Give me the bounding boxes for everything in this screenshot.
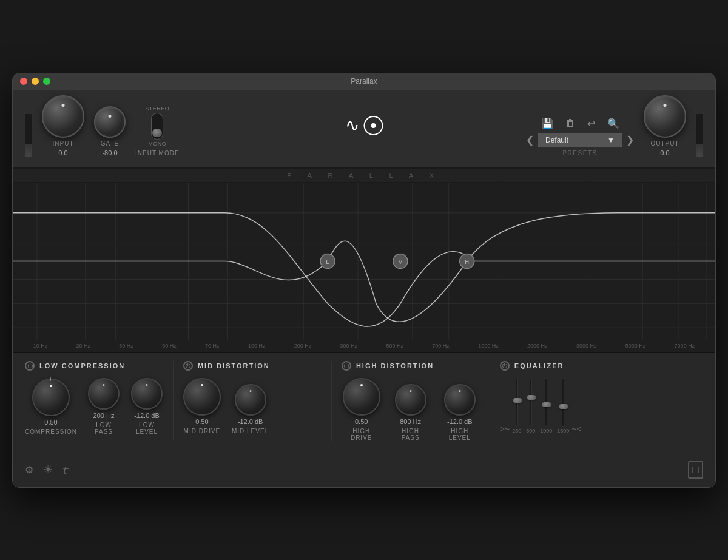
input-knob-group: INPUT 0.0 xyxy=(42,95,84,157)
logo-wave-icon: ∿ xyxy=(345,117,359,134)
freq-20hz: 20 Hz xyxy=(76,343,91,349)
bottom-bar: ⚙ ☀ 𝓽 □ xyxy=(25,456,703,479)
fader-1500-group: 1500 xyxy=(557,378,569,434)
low-compression-power-button[interactable]: ⏻ xyxy=(25,361,35,371)
gate-value: -80.0 xyxy=(102,149,117,157)
fader-250-thumb[interactable] xyxy=(513,398,522,403)
gate-knob-group: GATE -80.0 xyxy=(94,106,126,157)
low-compression-knobs: 0.50 COMPRESSION 200 Hz LOW PASS xyxy=(25,378,163,435)
mid-drive-dot xyxy=(201,384,203,386)
fader-1000-track[interactable] xyxy=(545,378,547,427)
mid-distortion-power-button[interactable]: ⏻ xyxy=(183,361,193,371)
compression-knob-dot xyxy=(50,385,52,387)
mid-distortion-title: MID DISTORTION xyxy=(198,362,270,369)
traffic-lights xyxy=(20,78,50,85)
freq-500hz: 500 Hz xyxy=(386,343,403,349)
equalizer-controls: >~ 250 500 xyxy=(500,378,693,434)
low-pass-value: 200 Hz xyxy=(93,412,115,419)
input-knob-indicator xyxy=(62,104,65,107)
fader-1500-track[interactable] xyxy=(562,378,564,427)
high-pass-value: 800 Hz xyxy=(400,418,421,425)
header-top: INPUT 0.0 GATE -80.0 STEREO MONO I xyxy=(25,95,703,157)
close-button[interactable] xyxy=(20,78,27,85)
low-compression-header: ⏻ LOW COMPRESSION xyxy=(25,361,163,371)
preset-dropdown[interactable]: Default ▼ xyxy=(538,133,622,147)
theme-icon[interactable]: ☀ xyxy=(43,463,53,476)
fader-500-track[interactable] xyxy=(530,378,532,427)
equalizer-power-button[interactable]: ⏻ xyxy=(500,361,510,371)
high-pass-knob-group: 800 Hz HIGH PASS xyxy=(393,384,429,441)
low-level-value: -12.0 dB xyxy=(134,412,160,419)
minimize-button[interactable] xyxy=(32,78,39,85)
mid-level-knob[interactable] xyxy=(235,384,266,416)
dropdown-arrow-icon: ▼ xyxy=(607,136,615,144)
highcut-arrow-icon: ~< xyxy=(571,424,581,434)
low-pass-knob[interactable] xyxy=(88,378,120,410)
compression-label: COMPRESSION xyxy=(25,428,77,435)
fader-250-track[interactable] xyxy=(516,378,518,427)
settings-icon[interactable]: ⚙ xyxy=(25,464,33,476)
fader-500-thumb[interactable] xyxy=(527,395,536,400)
eq-visualization[interactable]: L M H xyxy=(13,183,715,352)
high-level-value: -12.0 dB xyxy=(447,418,473,425)
import-preset-button[interactable]: ↩ xyxy=(586,116,596,130)
low-compression-section: ⏻ LOW COMPRESSION 0.50 COMPRESSION xyxy=(25,361,174,441)
equalizer-title: EQUALIZER xyxy=(514,362,564,369)
freq-5000hz: 5000 Hz xyxy=(625,343,646,349)
mid-drive-knob-group: 0.50 MID DRIVE xyxy=(183,378,221,434)
high-level-dot xyxy=(459,390,460,392)
fullscreen-button[interactable]: □ xyxy=(688,461,703,479)
save-preset-button[interactable]: 💾 xyxy=(540,116,554,130)
output-label: OUTPUT xyxy=(650,140,679,147)
gate-knob[interactable] xyxy=(94,106,126,138)
high-level-label: HIGH LEVEL xyxy=(440,428,480,441)
high-power-icon: ⏻ xyxy=(343,363,349,369)
mid-distortion-header: ⏻ MID DISTORTION xyxy=(183,361,322,371)
fader-500-label: 500 xyxy=(526,428,535,434)
maximize-button[interactable] xyxy=(43,78,50,85)
high-distortion-section: ⏻ HIGH DISTORTION 0.50 HIGH DRIVE xyxy=(332,361,490,441)
title-bar: Parallax xyxy=(13,73,715,90)
high-distortion-power-button[interactable]: ⏻ xyxy=(342,361,351,371)
low-level-knob[interactable] xyxy=(131,378,163,410)
compression-knob[interactable] xyxy=(32,379,70,416)
header: INPUT 0.0 GATE -80.0 STEREO MONO I xyxy=(13,90,715,168)
next-preset-button[interactable]: ❯ xyxy=(626,134,634,146)
mid-drive-knob[interactable] xyxy=(183,378,221,416)
mono-label: MONO xyxy=(148,141,166,147)
input-mode-toggle[interactable] xyxy=(151,113,163,140)
high-drive-knob-group: 0.50 HIGH DRIVE xyxy=(342,378,382,441)
output-knob[interactable] xyxy=(644,95,686,138)
freq-3000hz: 3000 Hz xyxy=(576,343,597,349)
mid-level-value: -12.0 dB xyxy=(238,418,263,425)
fader-1000-thumb[interactable] xyxy=(542,402,551,407)
power-icon: ⏻ xyxy=(27,363,33,369)
freq-700hz: 700 Hz xyxy=(432,343,450,349)
high-drive-dot xyxy=(360,384,363,386)
high-drive-value: 0.50 xyxy=(355,418,368,425)
equalizer-section: ⏻ EQUALIZER >~ 250 xyxy=(490,361,703,441)
freq-100hz: 100 Hz xyxy=(248,343,266,349)
presets-section: 💾 🗑 ↩ 🔍 ❮ Default ▼ ❯ PRESETS xyxy=(526,116,634,157)
sections-row: ⏻ LOW COMPRESSION 0.50 COMPRESSION xyxy=(25,361,703,450)
equalizer-header: ⏻ EQUALIZER xyxy=(500,361,693,371)
freq-200hz: 200 Hz xyxy=(294,343,312,349)
freq-2000hz: 2000 Hz xyxy=(527,343,548,349)
high-level-knob[interactable] xyxy=(444,384,476,416)
high-pass-knob[interactable] xyxy=(395,384,426,416)
fader-1500-thumb[interactable] xyxy=(559,404,568,409)
output-knob-group: OUTPUT 0.0 xyxy=(644,95,686,157)
prev-preset-button[interactable]: ❮ xyxy=(526,134,534,146)
fader-1000-label: 1000 xyxy=(540,428,552,434)
mid-power-icon: ⏻ xyxy=(185,363,190,369)
fader-1000-group: 1000 xyxy=(540,378,552,434)
gate-knob-indicator xyxy=(109,115,112,118)
high-drive-knob[interactable] xyxy=(343,378,380,416)
low-pass-knob-group: 200 Hz LOW PASS xyxy=(88,378,120,435)
delete-preset-button[interactable]: 🗑 xyxy=(564,116,576,130)
mid-distortion-knobs: 0.50 MID DRIVE -12.0 dB MID LEVEL xyxy=(183,378,322,434)
eq-power-icon: ⏻ xyxy=(502,363,507,369)
tuner-icon[interactable]: 𝓽 xyxy=(62,463,67,477)
search-preset-button[interactable]: 🔍 xyxy=(606,116,621,130)
input-knob[interactable] xyxy=(42,95,84,138)
